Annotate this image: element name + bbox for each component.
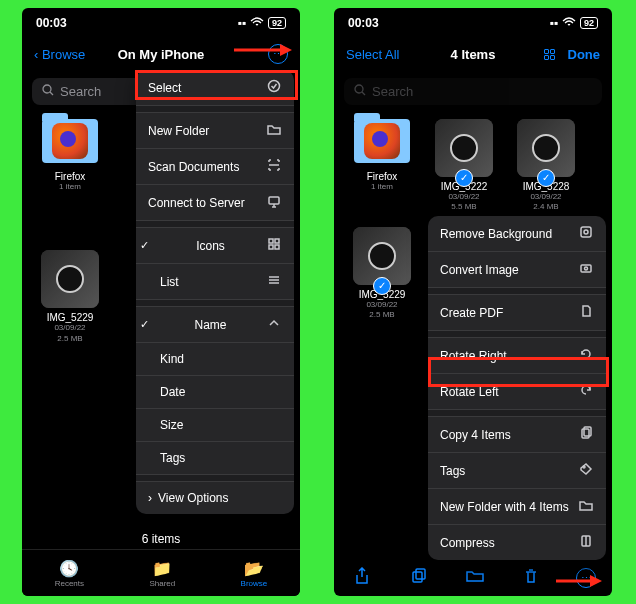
select-all-button[interactable]: Select All [346, 47, 399, 62]
tab-recents[interactable]: 🕓 Recents [55, 559, 84, 588]
file-item-firefox[interactable]: Firefox 1 item [34, 119, 106, 192]
nav-header: ‹ Browse On My iPhone ⋯ [22, 34, 300, 74]
back-button[interactable]: ‹ Browse [34, 47, 85, 62]
shared-folder-icon: 📁 [152, 559, 172, 578]
image-thumb [41, 250, 99, 308]
menu-copy-items[interactable]: Copy 4 Items [428, 417, 606, 453]
svg-rect-19 [581, 265, 591, 272]
search-placeholder: Search [372, 84, 413, 99]
svg-rect-8 [269, 245, 273, 249]
menu-rotate-right[interactable]: Rotate Right [428, 338, 606, 374]
compress-icon [578, 534, 594, 551]
svg-point-2 [269, 81, 280, 92]
svg-rect-9 [275, 245, 279, 249]
menu-view-options[interactable]: › View Options [136, 482, 294, 514]
selected-check-icon: ✓ [373, 277, 391, 295]
context-menu: Remove Background Convert Image Create P… [428, 216, 606, 560]
scan-icon [266, 158, 282, 175]
menu-create-pdf[interactable]: Create PDF [428, 295, 606, 331]
folder-icon [354, 119, 410, 163]
menu-view-icons[interactable]: Icons [136, 228, 294, 264]
svg-line-16 [362, 92, 365, 95]
menu-sort-size[interactable]: Size [136, 409, 294, 442]
tab-browse[interactable]: 📂 Browse [241, 559, 268, 588]
svg-point-18 [584, 230, 588, 234]
browse-folder-icon: 📂 [244, 559, 264, 578]
copy-icon [578, 426, 594, 443]
file-item-img5222[interactable]: ✓ IMG_5222 03/09/22 5.5 MB [428, 119, 500, 213]
file-item-img5229[interactable]: ✓ IMG_5229 03/09/22 2.5 MB [346, 227, 418, 321]
battery-level: 92 [268, 17, 286, 29]
delete-button[interactable] [519, 568, 543, 588]
share-button[interactable] [350, 567, 374, 589]
search-input: Search [344, 78, 602, 105]
file-item-img5228[interactable]: ✓ IMG_5228 03/09/22 2.4 MB [510, 119, 582, 213]
file-item-firefox[interactable]: Firefox 1 item [346, 119, 418, 213]
chevron-up-icon [266, 316, 282, 333]
grid-icon [266, 237, 282, 254]
server-icon [266, 194, 282, 211]
clock-icon: 🕓 [59, 559, 79, 578]
menu-sort-tags[interactable]: Tags [136, 442, 294, 475]
svg-rect-27 [416, 569, 425, 579]
svg-point-0 [43, 85, 51, 93]
more-options-button[interactable]: ⋯ [268, 44, 288, 64]
menu-new-folder[interactable]: New Folder [136, 113, 294, 149]
screenshot-right: 00:03 ▪▪ 92 Select All 4 Items Done Sear… [334, 8, 612, 596]
status-time: 00:03 [36, 16, 67, 30]
menu-tags[interactable]: Tags [428, 453, 606, 489]
svg-rect-7 [275, 239, 279, 243]
svg-rect-26 [413, 572, 422, 582]
options-menu: Select New Folder Scan Documents Connect… [136, 70, 294, 514]
signal-icon: ▪▪ [549, 16, 558, 30]
folder-icon [42, 119, 98, 163]
menu-scan-documents[interactable]: Scan Documents [136, 149, 294, 185]
rotate-left-icon [578, 383, 594, 400]
svg-point-20 [585, 267, 588, 270]
menu-new-folder-with-items[interactable]: New Folder with 4 Items [428, 489, 606, 525]
select-check-icon [266, 79, 282, 96]
menu-remove-background[interactable]: Remove Background [428, 216, 606, 252]
selected-check-icon: ✓ [455, 169, 473, 187]
selection-toolbar: ⋯ [334, 560, 612, 596]
status-indicators: ▪▪ 92 [237, 16, 286, 30]
done-button[interactable]: Done [568, 47, 601, 62]
svg-rect-6 [269, 239, 273, 243]
items-count: 6 items [22, 532, 300, 546]
menu-compress[interactable]: Compress [428, 525, 606, 560]
menu-convert-image[interactable]: Convert Image [428, 252, 606, 288]
move-button[interactable] [463, 569, 487, 587]
menu-view-list[interactable]: List [136, 264, 294, 300]
menu-select[interactable]: Select [136, 70, 294, 106]
more-actions-button[interactable]: ⋯ [576, 568, 596, 588]
menu-rotate-left[interactable]: Rotate Left [428, 374, 606, 410]
status-bar: 00:03 ▪▪ 92 [334, 8, 612, 34]
menu-sort-name[interactable]: Name [136, 307, 294, 343]
remove-bg-icon [578, 225, 594, 242]
file-item-img5229[interactable]: IMG_5229 03/09/22 2.5 MB [34, 250, 106, 344]
status-bar: 00:03 ▪▪ 92 [22, 8, 300, 34]
screenshot-left: 00:03 ▪▪ 92 ‹ Browse On My iPhone ⋯ Sear… [22, 8, 300, 596]
folder-icon [578, 498, 594, 515]
wifi-icon [250, 16, 264, 30]
list-icon [266, 273, 282, 290]
svg-rect-17 [581, 227, 591, 237]
nav-header: Select All 4 Items Done [334, 34, 612, 74]
status-indicators: ▪▪ 92 [549, 16, 598, 30]
menu-connect-server[interactable]: Connect to Server [136, 185, 294, 221]
convert-icon [578, 261, 594, 278]
svg-rect-3 [269, 197, 279, 204]
tab-shared[interactable]: 📁 Shared [149, 559, 175, 588]
layout-switch-button[interactable] [544, 49, 558, 60]
menu-sort-kind[interactable]: Kind [136, 343, 294, 376]
battery-level: 92 [580, 17, 598, 29]
signal-icon: ▪▪ [237, 16, 246, 30]
svg-point-15 [355, 85, 363, 93]
pdf-icon [578, 304, 594, 321]
selected-check-icon: ✓ [537, 169, 555, 187]
search-icon [42, 84, 54, 99]
menu-sort-date[interactable]: Date [136, 376, 294, 409]
duplicate-button[interactable] [407, 568, 431, 588]
chevron-left-icon: ‹ [34, 47, 42, 62]
folder-icon [266, 122, 282, 139]
